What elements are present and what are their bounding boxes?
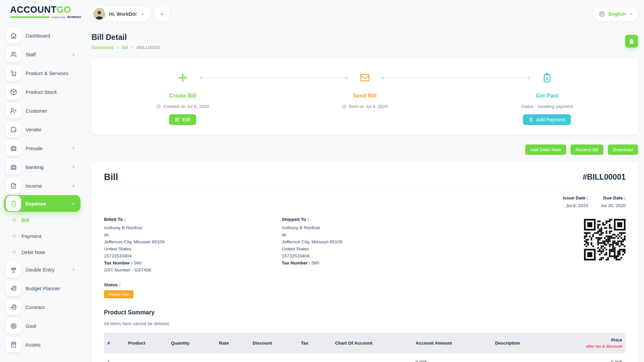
file-text-icon bbox=[6, 178, 21, 193]
product-summary-title: Product Summary bbox=[104, 309, 626, 316]
breadcrumb-bill[interactable]: Bill bbox=[122, 45, 128, 50]
bill-progress-card: Create Bill Created on Jul 8, 2020 Edit … bbox=[92, 58, 638, 134]
col-rate: Rate bbox=[216, 333, 249, 353]
clipboard-dollar-icon: $ bbox=[541, 70, 553, 86]
step-info: Status : Awaiting payment bbox=[521, 104, 573, 109]
main: Hi, WorkDo! English Bill Detail Dashboar… bbox=[84, 0, 644, 362]
target-icon bbox=[6, 318, 21, 334]
sidebar-item-presale[interactable]: Presale bbox=[0, 139, 84, 158]
col-index: # bbox=[104, 333, 125, 353]
bullet-icon bbox=[13, 251, 16, 254]
add-debit-note-button[interactable]: Add Debit Note bbox=[525, 144, 566, 155]
bullet-icon bbox=[13, 235, 16, 238]
mail-icon bbox=[360, 70, 370, 86]
language-selector[interactable]: English bbox=[594, 7, 638, 21]
step-get-paid: $ Get Paid Status : Awaiting payment $ A… bbox=[456, 58, 638, 134]
brand-name: ACCOUNTGO bbox=[10, 5, 84, 15]
user-plus-icon bbox=[6, 103, 21, 118]
sidebar-item-dashboard[interactable]: Dashboard bbox=[0, 26, 84, 45]
app: ACCOUNTGO Powered By WORKDO Dashboard St… bbox=[0, 0, 644, 362]
chevron-right-icon bbox=[71, 165, 76, 169]
col-price: Price after tax & discount bbox=[572, 333, 626, 353]
page-title: Bill Detail bbox=[92, 33, 161, 42]
scales-icon bbox=[6, 262, 21, 277]
sidebar-item-banking[interactable]: Banking bbox=[0, 158, 84, 176]
step-title: Get Paid bbox=[536, 93, 558, 99]
sidebar-item-product-services[interactable]: Product & Services bbox=[0, 64, 84, 82]
brand-logo[interactable]: ACCOUNTGO Powered By WORKDO bbox=[0, 5, 84, 19]
clock-icon bbox=[342, 104, 346, 109]
home-icon bbox=[6, 28, 21, 43]
table-row: 1 - - - - - - 0.00$ - 0.00$ bbox=[104, 353, 626, 362]
col-discount: Discount bbox=[249, 333, 298, 353]
chevron-right-icon bbox=[71, 52, 76, 57]
bill-heading: Bill bbox=[104, 172, 118, 182]
globe-icon bbox=[599, 11, 605, 17]
sidebar-item-budget-planner[interactable]: $ Budget Planner bbox=[0, 279, 84, 298]
breadcrumb-separator: › bbox=[117, 45, 119, 50]
shipped-to-block: Shipped To : Anthony B Renfroe ds Jeffer… bbox=[282, 217, 584, 274]
issue-date: Issue Date : Jul 8, 2020 bbox=[563, 195, 588, 208]
clipboard-icon: $ bbox=[529, 117, 533, 122]
package-icon bbox=[6, 84, 21, 100]
billed-to-block: Billed To : Anthony B Renfroe ds Jeffers… bbox=[104, 217, 282, 274]
bill-actions: Add Debit Note Resend Bill Download bbox=[92, 144, 638, 155]
chevron-right-icon bbox=[71, 184, 76, 188]
sidebar-subitem-bill[interactable]: Bill bbox=[0, 212, 84, 228]
sidebar-item-staff[interactable]: Staff bbox=[0, 45, 84, 64]
bank-icon bbox=[6, 140, 21, 156]
preview-document-button[interactable] bbox=[625, 35, 638, 48]
qr-code bbox=[584, 219, 626, 260]
sidebar-item-product-stock[interactable]: Product Stock bbox=[0, 82, 84, 101]
sidebar-subitem-payment[interactable]: Payment bbox=[0, 228, 84, 244]
page-head: Bill Detail Dashboard › Bill › #BILL0000… bbox=[92, 33, 638, 50]
svg-text:$: $ bbox=[10, 306, 12, 309]
resend-bill-button[interactable]: Resend Bill bbox=[571, 144, 603, 155]
sidebar-item-income[interactable]: Income bbox=[0, 176, 84, 195]
user-menu[interactable]: Hi, WorkDo! bbox=[92, 7, 150, 21]
sidebar-item-vendor[interactable]: Vendor bbox=[0, 120, 84, 139]
cart-icon bbox=[6, 65, 21, 81]
quick-add-button[interactable] bbox=[155, 7, 169, 21]
sidebar-item-contract[interactable]: $ Contract bbox=[0, 298, 84, 316]
calculator-icon bbox=[6, 337, 21, 352]
col-description: Description bbox=[492, 333, 572, 353]
pencil-icon bbox=[175, 117, 179, 122]
sidebar-item-goal[interactable]: Goal bbox=[0, 316, 84, 335]
users-icon bbox=[6, 47, 21, 62]
status-badge: Partialy Paid bbox=[104, 290, 133, 298]
bill-number: #BILL00001 bbox=[583, 173, 626, 182]
breadcrumb: Dashboard › Bill › #BILL00001 bbox=[92, 45, 161, 50]
bill-dates: Issue Date : Jul 8, 2020 Due Date : Jul … bbox=[104, 195, 626, 208]
sidebar-menu: Dashboard Staff Product & Services Produ… bbox=[0, 26, 84, 354]
svg-text:$: $ bbox=[13, 202, 14, 205]
greeting-label: Hi, WorkDo! bbox=[109, 11, 137, 17]
sidebar-item-expense[interactable]: $ Expense bbox=[4, 195, 80, 212]
product-table: # Product Quantity Rate Discount Tax Cha… bbox=[104, 333, 626, 362]
sidebar-subitem-debit-note[interactable]: Debit Note bbox=[0, 244, 84, 260]
chevron-down-icon bbox=[71, 201, 75, 206]
price-note: after tax & discount bbox=[575, 344, 622, 348]
step-title: Create Bill bbox=[169, 93, 197, 99]
step-send-bill: Send Bill Sent on Jul 8, 2020 bbox=[274, 58, 456, 134]
col-account-amount: Account Amount bbox=[412, 333, 492, 353]
edit-bill-button[interactable]: Edit bbox=[169, 114, 196, 125]
col-tax: Tax bbox=[298, 333, 332, 353]
sidebar-item-double-entry[interactable]: Double Entry bbox=[0, 260, 84, 279]
status-label: Status : bbox=[104, 282, 626, 287]
clock-icon bbox=[156, 104, 161, 109]
divider bbox=[104, 188, 626, 189]
note-icon bbox=[6, 122, 21, 137]
file-icon bbox=[629, 38, 635, 44]
add-payment-button[interactable]: $ Add Payment bbox=[523, 114, 571, 125]
step-info: Created on Jul 8, 2020 bbox=[163, 104, 209, 109]
col-product: Product bbox=[125, 333, 168, 353]
breadcrumb-separator: › bbox=[131, 45, 133, 50]
sidebar-item-customer[interactable]: Customer bbox=[0, 101, 84, 120]
sidebar-item-assets[interactable]: Assets bbox=[0, 335, 84, 354]
download-button[interactable]: Download bbox=[608, 144, 638, 155]
bill-card: Bill #BILL00001 Issue Date : Jul 8, 2020… bbox=[92, 162, 638, 362]
avatar bbox=[93, 8, 105, 20]
breadcrumb-dashboard[interactable]: Dashboard bbox=[92, 45, 114, 50]
chevron-right-icon bbox=[71, 146, 76, 150]
